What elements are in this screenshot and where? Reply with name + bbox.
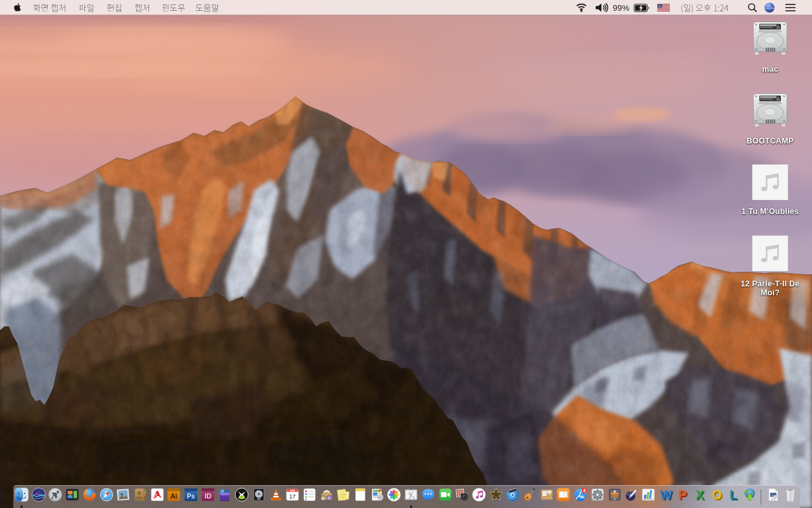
svg-text:W: W (660, 488, 672, 502)
svg-text:Ps: Ps (187, 492, 195, 500)
svg-text:L: L (730, 488, 737, 502)
svg-text:Ai: Ai (171, 492, 178, 500)
svg-text:P: P (679, 488, 687, 502)
svg-text:Q: Q (327, 496, 331, 500)
svg-text:17: 17 (289, 493, 296, 500)
svg-text:X: X (695, 488, 704, 502)
svg-text:4: 4 (583, 488, 586, 493)
svg-text:O: O (712, 488, 722, 502)
svg-text:ID: ID (204, 492, 211, 500)
svg-text:MOV: MOV (771, 498, 776, 501)
